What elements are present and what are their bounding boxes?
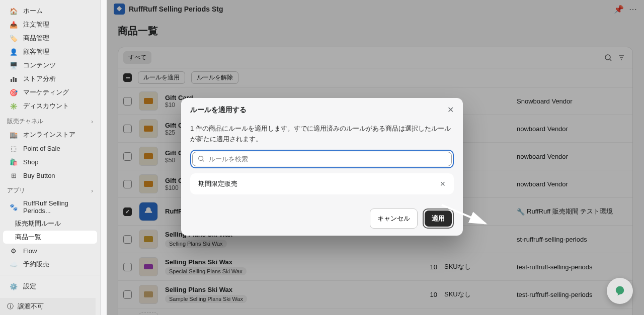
nav-customers[interactable]: 👤顧客管理 — [3, 45, 97, 58]
store-icon: 🏬 — [9, 130, 18, 139]
nav-discounts[interactable]: ✳️ディスカウント — [3, 99, 97, 113]
buy-icon: ⊞ — [9, 171, 18, 180]
cloud-icon: ☁️ — [9, 260, 18, 269]
discount-icon: ✳️ — [9, 101, 18, 111]
selected-rule-chip: 期間限定販売 ✕ — [190, 173, 454, 194]
nav-label: Flow — [23, 247, 37, 255]
pet-icon — [613, 284, 627, 298]
nav-label: ディスカウント — [23, 101, 69, 111]
nav-label: 設定 — [23, 282, 36, 291]
remove-icon[interactable]: ✕ — [440, 180, 446, 188]
chevron-right-icon[interactable]: › — [91, 187, 93, 194]
target-icon: 🎯 — [9, 88, 18, 97]
svg-rect-2 — [15, 78, 17, 82]
nav-label: Buy Button — [23, 172, 55, 179]
apps-header: アプリ› — [0, 182, 100, 197]
rule-name: 期間限定販売 — [198, 179, 237, 188]
nav-label: ホーム — [23, 7, 43, 16]
app-sub-products[interactable]: 商品一覧 — [3, 231, 97, 244]
flow-icon: ⚙ — [9, 246, 18, 255]
home-icon: 🏠 — [9, 7, 18, 16]
gear-icon: ⚙️ — [9, 282, 18, 291]
modal-description: 1 件の商品にルールを適用します。すでに適用済みのルールがある商品は選択したルー… — [190, 124, 454, 145]
search-icon — [198, 155, 205, 162]
info-icon: ⓘ — [7, 302, 14, 311]
nav-settings[interactable]: ⚙️設定 — [3, 280, 97, 293]
modal-title: ルールを適用する — [190, 106, 247, 115]
nav-label: Shop — [23, 158, 38, 166]
apply-rule-modal: ルールを適用する ✕ 1 件の商品にルールを適用します。すでに適用済みのルールが… — [181, 98, 463, 236]
pos-icon: ⬚ — [9, 144, 18, 153]
nav-label: Point of Sale — [23, 145, 60, 152]
nav-label: 販売期間ルール — [15, 219, 61, 228]
svg-line-9 — [203, 160, 204, 162]
nav-label: 商品管理 — [23, 34, 49, 43]
nav-products[interactable]: 🏷️商品管理 — [3, 32, 97, 45]
nav-label: 注文管理 — [23, 20, 49, 29]
app-ruffruff[interactable]: 🐾RuffRuff Selling Periods... — [3, 197, 97, 217]
svg-rect-1 — [13, 77, 15, 82]
nav-label: RuffRuff Selling Periods... — [23, 199, 91, 215]
channels-header: 販売チャネル› — [0, 113, 100, 128]
user-icon: 👤 — [9, 47, 18, 56]
nav-content[interactable]: 🖥️コンテンツ — [3, 59, 97, 72]
cancel-button[interactable]: キャンセル — [370, 208, 418, 229]
svg-rect-0 — [11, 79, 12, 82]
nav-orders[interactable]: 📥注文管理 — [3, 18, 97, 31]
nav-label: 商品一覧 — [15, 233, 41, 242]
nav-label: 予約販売 — [23, 260, 49, 269]
channel-buy[interactable]: ⊞Buy Button — [3, 169, 97, 182]
apply-button[interactable]: 適用 — [425, 211, 452, 227]
ruff-icon: 🐾 — [9, 202, 18, 212]
channel-shop[interactable]: 🛍️Shop — [3, 155, 97, 168]
layout-icon: 🖥️ — [9, 61, 18, 70]
nav-label: コンテンツ — [23, 61, 56, 70]
nav-analytics[interactable]: ストア分析 — [3, 72, 97, 85]
nav-label: 顧客管理 — [23, 47, 49, 56]
channel-pos[interactable]: ⬚Point of Sale — [3, 142, 97, 155]
nav-label: マーケティング — [23, 88, 69, 97]
inbox-icon: 📥 — [9, 20, 18, 29]
rule-search-input[interactable] — [209, 155, 446, 163]
transfer-banner: ⓘ譲渡不可 — [0, 298, 96, 315]
rule-search-wrap — [190, 150, 454, 168]
app-flow[interactable]: ⚙Flow — [3, 244, 97, 257]
nav-label: ストア分析 — [23, 74, 56, 83]
nav-home[interactable]: 🏠ホーム — [3, 5, 97, 18]
nav-label: オンラインストア — [23, 130, 75, 139]
chat-fab[interactable] — [607, 278, 633, 304]
close-icon[interactable]: ✕ — [447, 105, 454, 115]
chart-icon — [9, 74, 18, 83]
svg-point-8 — [199, 156, 203, 161]
chevron-right-icon[interactable]: › — [91, 118, 93, 125]
app-preorder[interactable]: ☁️予約販売 — [3, 258, 97, 271]
nav-marketing[interactable]: 🎯マーケティング — [3, 86, 97, 99]
shop-icon: 🛍️ — [9, 157, 18, 166]
app-sub-rules[interactable]: 販売期間ルール — [3, 217, 97, 230]
channel-online[interactable]: 🏬オンラインストア — [3, 128, 97, 141]
tag-icon: 🏷️ — [9, 34, 18, 43]
sidebar: 🏠ホーム 📥注文管理 🏷️商品管理 👤顧客管理 🖥️コンテンツ ストア分析 🎯マ… — [0, 0, 101, 315]
